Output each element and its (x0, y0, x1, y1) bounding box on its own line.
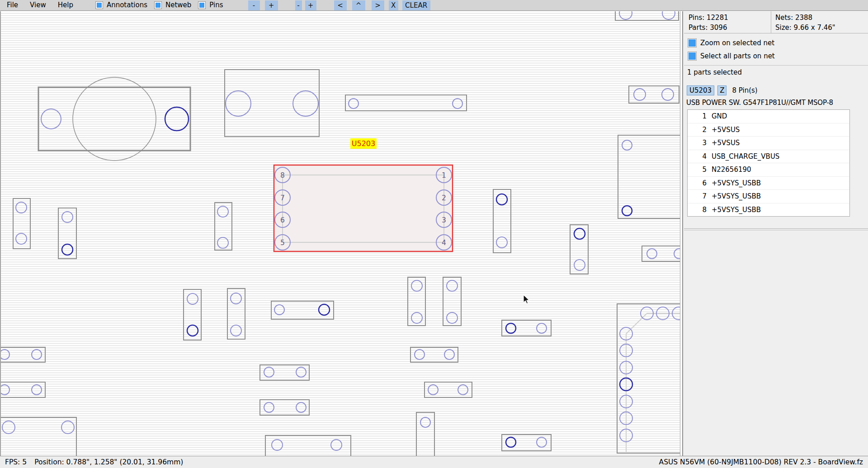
component-outline[interactable] (227, 288, 245, 339)
selected-component-outline[interactable] (274, 165, 453, 251)
pin-circle[interactable] (187, 325, 198, 336)
pin-circle[interactable] (16, 233, 27, 244)
board-canvas[interactable]: 87651234U5203 (0, 11, 680, 456)
pin-circle[interactable] (32, 350, 42, 359)
pin-circle[interactable] (634, 89, 646, 100)
pin-circle[interactable] (537, 323, 547, 333)
annotations-checkbox[interactable] (95, 1, 103, 9)
component-outline[interactable] (184, 289, 201, 340)
rotate-left-button[interactable]: < (334, 0, 347, 10)
component-outline[interactable] (416, 412, 434, 456)
mirror-button[interactable]: X (389, 0, 398, 10)
pin-circle[interactable] (226, 91, 251, 116)
component-outline[interactable] (408, 277, 425, 326)
pin-circle[interactable] (447, 312, 458, 323)
pin-circle[interactable] (411, 312, 422, 323)
pin-row[interactable]: 1GND (688, 110, 849, 123)
pins-checkbox[interactable] (198, 1, 206, 9)
pin-circle[interactable] (349, 99, 359, 109)
pin-circle[interactable] (231, 325, 241, 336)
flip-button[interactable]: ^ (352, 0, 365, 10)
pin-circle[interactable] (647, 249, 657, 259)
component-ring[interactable] (73, 77, 156, 161)
pin-circle[interactable] (537, 437, 547, 447)
pin-circle[interactable] (1, 385, 9, 395)
pin-circle[interactable] (574, 228, 585, 239)
rotate-right-button[interactable]: > (372, 0, 384, 10)
pin-circle[interactable] (458, 385, 468, 395)
pin-circle[interactable] (293, 91, 318, 116)
pin-circle[interactable] (420, 417, 430, 427)
pin-circle[interactable] (264, 367, 274, 377)
component-outline[interactable] (443, 277, 461, 326)
pin-row[interactable]: 3+5VSUS (688, 136, 849, 150)
pin-circle[interactable] (296, 402, 306, 412)
pin-circle[interactable] (41, 109, 61, 129)
component-outline[interactable] (425, 382, 472, 397)
menu-help[interactable]: Help (52, 0, 79, 10)
zoom-out-button[interactable]: - (248, 0, 260, 10)
contrast-plus-button[interactable]: + (305, 0, 316, 10)
pin-circle[interactable] (411, 280, 422, 291)
pin-circle[interactable] (32, 385, 42, 395)
pin-row[interactable]: 5N22656190 (688, 163, 849, 176)
part-ref-chip[interactable]: U5203 (687, 85, 714, 95)
pin-circle[interactable] (622, 206, 632, 216)
pin-circle[interactable] (662, 11, 675, 19)
pin-row[interactable]: 4USB_CHARGE_VBUS (688, 150, 849, 163)
netweb-checkbox[interactable] (154, 1, 162, 9)
menu-view[interactable]: View (24, 0, 52, 10)
pin-circle[interactable] (331, 440, 342, 450)
pin-row[interactable]: 6+5VSYS_USBB (688, 176, 849, 190)
pin-circle[interactable] (622, 140, 632, 150)
pin-circle[interactable] (619, 11, 632, 19)
pin-circle[interactable] (2, 421, 15, 434)
component-outline[interactable] (1, 382, 45, 397)
component-outline[interactable] (58, 208, 76, 259)
menu-file[interactable]: File (1, 0, 24, 10)
pin-circle[interactable] (574, 260, 585, 270)
component-outline[interactable] (260, 400, 309, 415)
pin-circle[interactable] (319, 304, 330, 315)
pin-circle[interactable] (296, 367, 306, 377)
pin-circle[interactable] (496, 194, 507, 205)
pin-circle[interactable] (187, 293, 198, 304)
pin-circle[interactable] (217, 206, 228, 217)
pin-circle[interactable] (16, 202, 27, 213)
pin-row[interactable]: 8+5VSYS_USBB (688, 203, 849, 217)
contrast-minus-button[interactable]: - (295, 0, 302, 10)
component-outline[interactable] (502, 320, 551, 336)
pin-row[interactable]: 2+5VSUS (688, 123, 849, 137)
pin-circle[interactable] (274, 305, 284, 315)
pin-circle[interactable] (272, 440, 283, 450)
pin-circle[interactable] (415, 350, 425, 359)
pin-circle[interactable] (447, 280, 458, 291)
pin-row[interactable]: 7+5VSYS_USBB (688, 189, 849, 203)
pin-circle[interactable] (217, 237, 228, 248)
pin-circle[interactable] (62, 212, 73, 222)
pin-circle[interactable] (453, 99, 462, 109)
component-outline[interactable] (629, 86, 679, 103)
pin-circle[interactable] (496, 237, 507, 248)
pin-circle[interactable] (1, 350, 9, 359)
component-outline[interactable] (570, 225, 588, 274)
pin-circle[interactable] (62, 244, 73, 255)
pin-circle[interactable] (506, 437, 516, 447)
zoom-on-selected-net-checkbox[interactable] (688, 39, 696, 47)
pin-circle[interactable] (674, 249, 680, 259)
pin-circle[interactable] (662, 89, 674, 100)
component-outline[interactable] (345, 95, 467, 111)
pin-circle[interactable] (506, 323, 516, 333)
pin-circle[interactable] (428, 385, 438, 395)
clear-button[interactable]: CLEAR (402, 0, 430, 10)
pin-circle[interactable] (231, 293, 241, 304)
pin-circle[interactable] (264, 402, 274, 412)
part-zoom-chip[interactable]: Z (717, 85, 726, 95)
pin-circle[interactable] (444, 350, 454, 359)
component-outline[interactable] (225, 70, 319, 137)
pin-circle[interactable] (61, 421, 74, 434)
select-all-parts-on-net-checkbox[interactable] (688, 52, 696, 60)
zoom-in-button[interactable]: + (265, 0, 278, 10)
component-outline[interactable] (1, 417, 76, 456)
pin-circle[interactable] (165, 107, 189, 131)
